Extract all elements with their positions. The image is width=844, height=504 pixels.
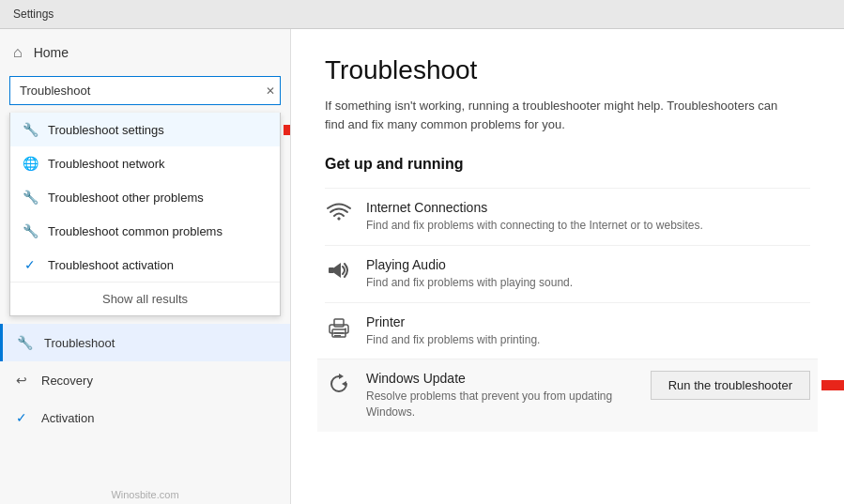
page-description: If something isn't working, running a tr… — [325, 97, 794, 133]
sidebar: ⌂ Home ✕ 🔧 Troubleshoot settings 🌐 T — [0, 29, 291, 504]
troubleshooter-audio: Playing Audio Find and fix problems with… — [325, 245, 810, 302]
audio-icon — [325, 259, 353, 287]
page-title: Troubleshoot — [325, 55, 810, 85]
sidebar-home-label: Home — [34, 45, 69, 60]
troubleshooter-update-action: Run the troubleshooter — [651, 371, 810, 400]
watermark: Winosbite.com — [0, 485, 290, 504]
troubleshooter-windowsupdate: Windows Update Resolve problems that pre… — [317, 359, 818, 432]
activation-icon-nav: ✓ — [13, 410, 30, 425]
sidebar-nav: 🔧 Troubleshoot ↩ Recovery ✓ Activation — [0, 324, 290, 436]
dropdown-item-network[interactable]: 🌐 Troubleshoot network — [10, 146, 280, 180]
sidebar-item-recovery[interactable]: ↩ Recovery — [0, 361, 290, 399]
dropdown-label-activation: Troubleshoot activation — [48, 258, 174, 272]
dropdown-item-common[interactable]: 🔧 Troubleshoot common problems — [10, 214, 280, 248]
troubleshooter-internet-desc: Find and fix problems with connecting to… — [366, 218, 810, 234]
dropdown-label-other: Troubleshoot other problems — [48, 191, 204, 205]
check-icon-activation: ✓ — [22, 257, 38, 272]
printer-icon — [325, 316, 353, 344]
svg-rect-3 — [334, 319, 344, 327]
dropdown-label-settings: Troubleshoot settings — [48, 123, 164, 137]
troubleshooter-internet: Internet Connections Find and fix proble… — [325, 188, 810, 245]
search-input[interactable] — [9, 76, 281, 105]
wrench-icon-other: 🔧 — [22, 190, 38, 205]
wrench-icon-settings: 🔧 — [22, 122, 38, 137]
troubleshooter-printer-desc: Find and fix problems with printing. — [366, 332, 810, 348]
main-content: Troubleshoot If something isn't working,… — [291, 29, 844, 504]
troubleshooter-update-desc: Resolve problems that prevent you from u… — [366, 389, 637, 420]
sidebar-item-activation[interactable]: ✓ Activation — [0, 399, 290, 436]
recovery-icon-nav: ↩ — [13, 373, 30, 388]
wifi-icon — [325, 202, 353, 230]
sidebar-item-home[interactable]: ⌂ Home — [0, 29, 290, 76]
svg-marker-1 — [334, 263, 341, 278]
dropdown-item-other[interactable]: 🔧 Troubleshoot other problems — [10, 180, 280, 214]
troubleshooter-internet-name: Internet Connections — [366, 200, 810, 215]
wrench-icon-nav: 🔧 — [16, 335, 33, 350]
wrench-icon-common: 🔧 — [22, 223, 38, 238]
dropdown-item-activation[interactable]: ✓ Troubleshoot activation — [10, 248, 280, 282]
home-icon: ⌂ — [13, 44, 23, 61]
dropdown-item-settings[interactable]: 🔧 Troubleshoot settings — [10, 113, 280, 146]
search-clear-button[interactable]: ✕ — [266, 84, 275, 98]
search-dropdown: 🔧 Troubleshoot settings 🌐 Troubleshoot n… — [9, 113, 281, 316]
svg-rect-5 — [334, 332, 344, 334]
troubleshooter-update-name: Windows Update — [366, 371, 637, 386]
troubleshooter-audio-info: Playing Audio Find and fix problems with… — [366, 257, 810, 291]
arrow-run-button — [821, 369, 844, 403]
arrow-settings — [284, 113, 291, 146]
troubleshooter-update-info: Windows Update Resolve problems that pre… — [366, 371, 637, 420]
troubleshooter-audio-desc: Find and fix problems with playing sound… — [366, 275, 810, 291]
svg-point-7 — [345, 328, 346, 329]
svg-rect-0 — [329, 267, 334, 273]
main-container: ⌂ Home ✕ 🔧 Troubleshoot settings 🌐 T — [0, 29, 844, 504]
dropdown-label-common: Troubleshoot common problems — [48, 224, 223, 238]
show-all-results-button[interactable]: Show all results — [10, 282, 280, 315]
search-box-container: ✕ — [9, 76, 281, 105]
title-bar-label: Settings — [13, 8, 54, 21]
sidebar-nav-troubleshoot-label: Troubleshoot — [44, 336, 115, 350]
svg-rect-6 — [334, 335, 341, 337]
update-icon — [325, 373, 353, 401]
dropdown-label-network: Troubleshoot network — [48, 157, 165, 171]
section-title: Get up and running — [325, 156, 810, 173]
troubleshooter-internet-info: Internet Connections Find and fix proble… — [366, 200, 810, 234]
run-troubleshooter-button[interactable]: Run the troubleshooter — [651, 371, 810, 400]
troubleshooter-printer: Printer Find and fix problems with print… — [325, 302, 810, 359]
troubleshooter-audio-name: Playing Audio — [366, 257, 810, 272]
title-bar: Settings — [0, 0, 844, 29]
sidebar-nav-activation-label: Activation — [41, 411, 94, 425]
troubleshooter-printer-info: Printer Find and fix problems with print… — [366, 314, 810, 348]
sidebar-nav-recovery-label: Recovery — [41, 374, 93, 388]
sidebar-item-troubleshoot[interactable]: 🔧 Troubleshoot — [0, 324, 290, 361]
troubleshooter-printer-name: Printer — [366, 314, 810, 329]
globe-icon-network: 🌐 — [22, 156, 38, 171]
